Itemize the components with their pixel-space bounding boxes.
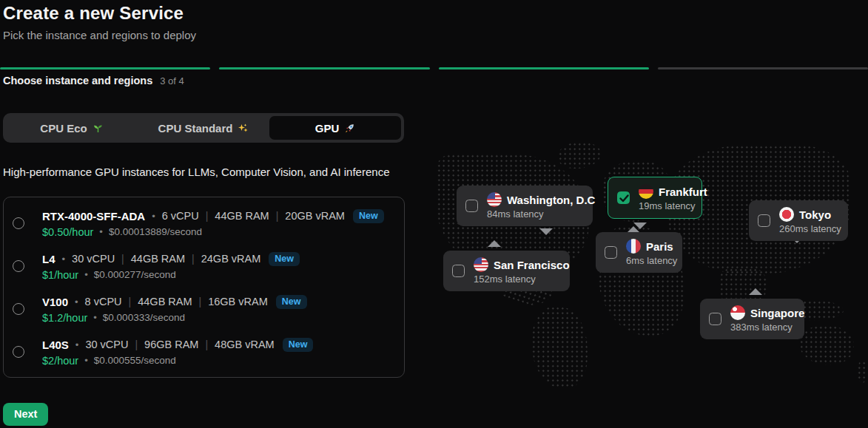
- new-badge: New: [353, 209, 384, 223]
- price-per-second: $0.00013889/second: [109, 226, 202, 237]
- map-continent-new-zealand: [857, 361, 868, 383]
- instance-radio[interactable]: [13, 303, 24, 315]
- page-title: Create a new Service: [3, 3, 184, 24]
- tab-label: CPU Standard: [158, 122, 233, 135]
- instance-ram: 44GB RAM: [131, 253, 185, 265]
- region-checkbox[interactable]: [709, 313, 721, 325]
- instance-name: L4: [42, 253, 55, 265]
- separator: |: [205, 339, 208, 350]
- region-name: Singapore: [750, 307, 804, 319]
- instance-vcpu: 30 vCPU: [72, 253, 115, 265]
- price-per-hour: $1.2/hour: [42, 312, 87, 324]
- tab-gpu[interactable]: GPU: [269, 116, 401, 140]
- separator: |: [206, 210, 209, 222]
- separator: |: [199, 296, 202, 308]
- region-latency: 260ms latency: [779, 223, 841, 234]
- next-button[interactable]: Next: [3, 403, 48, 426]
- region-checkbox[interactable]: [605, 246, 617, 259]
- rocket-icon: [344, 123, 355, 134]
- step-row: Choose instance and regions 3 of 4: [3, 75, 184, 86]
- region-card-tokyo[interactable]: Tokyo 260ms latency: [749, 200, 848, 241]
- us-flag-icon: [474, 257, 488, 272]
- region-checkbox[interactable]: [758, 214, 770, 227]
- map-continent-south-america: [531, 306, 588, 389]
- separator: •: [152, 211, 155, 222]
- instance-name: L40S: [42, 339, 69, 351]
- separator: •: [99, 226, 103, 237]
- instance-vram: 16GB vRAM: [208, 296, 268, 308]
- instance-radio[interactable]: [13, 217, 24, 229]
- region-card-washington-dc[interactable]: Washington, D.C 84ms latency: [457, 186, 593, 226]
- tab-label: GPU: [315, 122, 340, 135]
- singapore-flag-icon: [730, 305, 745, 320]
- japan-flag-icon: [779, 207, 794, 222]
- separator: |: [121, 253, 124, 265]
- map-pointer: [488, 240, 501, 247]
- instance-vram: 20GB vRAM: [285, 210, 345, 222]
- instance-row-v100[interactable]: V100 • 8 vCPU | 44GB RAM | 16GB vRAM New…: [4, 288, 404, 330]
- region-checkbox[interactable]: [465, 200, 478, 212]
- region-card-san-francisco[interactable]: San Francisco 152ms latency: [443, 251, 570, 291]
- region-latency: 152ms latency: [474, 274, 570, 285]
- instance-vram: 48GB vRAM: [215, 339, 275, 350]
- region-name: Tokyo: [799, 208, 831, 221]
- france-flag-icon: [626, 239, 641, 254]
- region-latency: 19ms latency: [639, 200, 707, 211]
- instance-row-l4[interactable]: L4 • 30 vCPU | 44GB RAM | 24GB vRAM New …: [4, 245, 404, 288]
- separator: •: [93, 312, 97, 323]
- instance-ram: 44GB RAM: [138, 296, 192, 308]
- new-badge: New: [269, 252, 300, 266]
- separator: •: [84, 355, 88, 366]
- region-checkbox[interactable]: [452, 265, 465, 277]
- instance-ram: 96GB RAM: [144, 339, 198, 350]
- instance-vcpu: 8 vCPU: [85, 296, 122, 308]
- instance-name: V100: [42, 296, 68, 308]
- tab-label: CPU Eco: [40, 122, 87, 135]
- region-latency: 84ms latency: [487, 208, 595, 220]
- tab-cpu-eco[interactable]: CPU Eco: [6, 116, 138, 140]
- instance-list: RTX-4000-SFF-ADA • 6 vCPU | 44GB RAM | 2…: [3, 197, 405, 378]
- instance-row-rtx-4000-sff-ada[interactable]: RTX-4000-SFF-ADA • 6 vCPU | 44GB RAM | 2…: [4, 202, 404, 245]
- separator: |: [135, 339, 138, 350]
- region-card-frankfurt[interactable]: Frankfurt 19ms latency: [608, 177, 702, 219]
- map-pointer: [749, 288, 762, 295]
- instance-radio[interactable]: [13, 260, 24, 272]
- price-per-hour: $0.50/hour: [42, 226, 93, 238]
- progress-segment: [439, 67, 649, 69]
- separator: |: [276, 210, 279, 222]
- separator: •: [62, 254, 66, 265]
- price-per-second: $0.000333/second: [103, 312, 185, 323]
- map-continent-australia: [799, 325, 854, 365]
- region-name: San Francisco: [494, 259, 570, 271]
- separator: |: [129, 296, 132, 308]
- separator: |: [192, 253, 195, 265]
- progress-segment: [219, 67, 429, 69]
- instance-ram: 44GB RAM: [215, 210, 269, 222]
- region-latency: 6ms latency: [626, 255, 677, 266]
- progress-segment: [0, 67, 210, 69]
- instance-radio[interactable]: [13, 346, 24, 358]
- step-count: 3 of 4: [160, 75, 184, 86]
- region-checkbox[interactable]: [617, 191, 630, 204]
- price-per-second: $0.000277/second: [94, 269, 176, 280]
- instance-vcpu: 30 vCPU: [85, 339, 128, 350]
- progress-bar: [0, 67, 868, 69]
- progress-segment: [658, 67, 868, 69]
- gpu-description: High-performance GPU instances for LLMs,…: [3, 166, 389, 178]
- separator: •: [84, 269, 88, 280]
- tab-cpu-standard[interactable]: CPU Standard: [138, 116, 269, 140]
- region-name: Frankfurt: [659, 186, 707, 198]
- region-card-singapore[interactable]: Singapore 383ms latency: [700, 299, 804, 339]
- new-badge: New: [283, 338, 314, 352]
- region-name: Paris: [646, 240, 673, 253]
- price-per-hour: $1/hour: [42, 269, 78, 281]
- us-flag-icon: [487, 192, 502, 207]
- region-card-paris[interactable]: Paris 6ms latency: [596, 232, 682, 273]
- separator: •: [75, 339, 79, 350]
- page-subtitle: Pick the instance and regions to deploy: [3, 29, 196, 41]
- map-pointer: [539, 228, 553, 235]
- map-continent-greenland: [558, 142, 601, 169]
- region-latency: 383ms latency: [730, 322, 804, 333]
- instance-row-l40s[interactable]: L40S • 30 vCPU | 96GB RAM | 48GB vRAM Ne…: [4, 330, 404, 373]
- instance-vcpu: 6 vCPU: [162, 210, 199, 222]
